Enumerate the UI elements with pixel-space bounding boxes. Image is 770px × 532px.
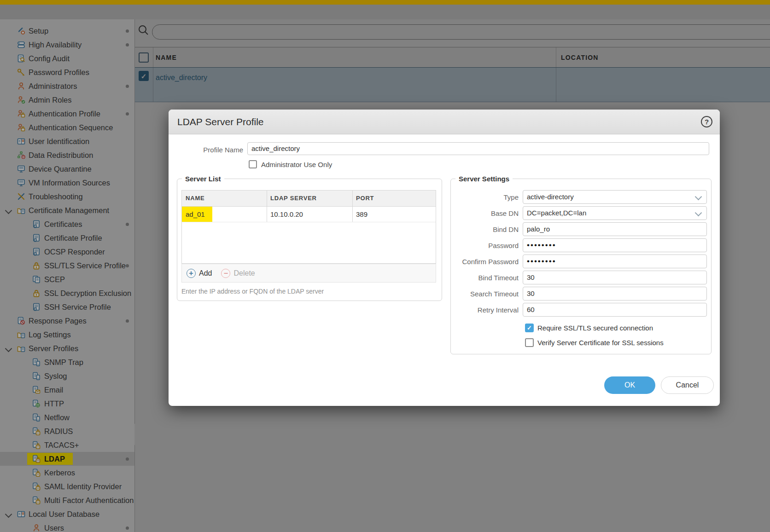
dropdown-base-dn[interactable]: DC=packet,DC=lan [523, 206, 707, 220]
field-label: Password [451, 242, 519, 249]
server-list-hint: Enter the IP address or FQDN of the LDAP… [181, 288, 324, 295]
ok-button[interactable]: OK [604, 376, 655, 394]
field-value: 30 [527, 287, 535, 300]
dialog-header: LDAP Server Profile ? [169, 110, 720, 134]
field-value: 60 [527, 303, 535, 316]
column-header-name: NAME [186, 191, 204, 206]
field-row-retry-interval: Retry Interval 60 [451, 303, 711, 317]
field-input[interactable]: •••••••• [523, 238, 707, 252]
chevron-down-icon[interactable] [695, 193, 702, 201]
field-label: Retry Interval [451, 306, 519, 314]
add-button[interactable]: Add [199, 269, 212, 278]
dialog-title: LDAP Server Profile [177, 110, 264, 134]
port-cell: 389 [356, 207, 368, 222]
server-list-group: Server List NAME LDAP SERVER PORT ad_01 … [177, 179, 442, 301]
administrator-use-only-label: Administrator Use Only [261, 161, 332, 168]
field-row-password: Password •••••••• [451, 238, 711, 252]
field-row-bind-timeout: Bind Timeout 30 [451, 271, 711, 284]
delete-button: Delete [233, 269, 255, 278]
cancel-button[interactable]: Cancel [661, 376, 714, 394]
field-input[interactable]: 60 [523, 303, 707, 317]
field-row-confirm-password: Confirm Password •••••••• [451, 254, 711, 268]
chevron-down-icon[interactable] [695, 209, 702, 217]
add-icon[interactable]: + [187, 269, 196, 278]
checkbox-label: Require SSL/TLS secured connection [537, 324, 653, 332]
field-label: Confirm Password [451, 258, 519, 266]
server-settings-group: Server Settings Type active-directory Ba… [450, 179, 712, 354]
field-label: Bind DN [451, 226, 519, 233]
server-list-toolbar: + Add − Delete [181, 264, 436, 283]
field-label: Bind Timeout [451, 274, 519, 282]
field-label: Type [451, 193, 519, 201]
profile-name-label: Profile Name [169, 146, 243, 154]
field-value: •••••••• [527, 239, 556, 251]
field-row-search-timeout: Search Timeout 30 [451, 287, 711, 301]
checkbox[interactable] [525, 338, 534, 347]
field-value: active-directory [527, 191, 574, 203]
server-list-row[interactable]: ad_01 10.10.0.20 389 [182, 207, 436, 222]
administrator-use-only-checkbox[interactable] [249, 160, 257, 168]
checkbox-label: Verify Server Certificate for SSL sessio… [537, 339, 664, 347]
field-value: 30 [527, 271, 535, 284]
column-header-port: PORT [356, 191, 374, 206]
field-input[interactable]: 30 [523, 287, 707, 301]
server-list-table: NAME LDAP SERVER PORT ad_01 10.10.0.20 3… [181, 190, 436, 264]
checkbox[interactable]: ✓ [525, 324, 534, 332]
profile-name-input[interactable]: active_directory [247, 142, 709, 155]
field-input[interactable]: palo_ro [523, 222, 707, 236]
ldap-server-cell: 10.10.0.20 [270, 207, 303, 222]
delete-icon: − [221, 269, 230, 278]
field-value: •••••••• [527, 255, 556, 267]
field-value: palo_ro [527, 223, 550, 236]
server-list-legend: Server List [182, 175, 224, 183]
field-row-type: Type active-directory [451, 190, 711, 204]
ldap-server-profile-dialog: LDAP Server Profile ? Profile Name activ… [169, 110, 720, 406]
pan-os-device-page: Setup High Availability Config Audit Pas… [0, 0, 770, 532]
field-input[interactable]: •••••••• [523, 254, 707, 268]
column-header-ldap-server: LDAP SERVER [270, 191, 317, 206]
dropdown-type[interactable]: active-directory [523, 190, 707, 204]
field-label: Search Timeout [451, 290, 519, 298]
server-list-header: NAME LDAP SERVER PORT [182, 191, 436, 207]
field-input[interactable]: 30 [523, 271, 707, 284]
field-row-base-dn: Base DN DC=packet,DC=lan [451, 206, 711, 220]
server-settings-legend: Server Settings [455, 175, 513, 183]
field-label: Base DN [451, 209, 519, 217]
field-value: DC=packet,DC=lan [527, 207, 586, 220]
help-icon[interactable]: ? [701, 116, 712, 127]
field-row-bind-dn: Bind DN palo_ro [451, 222, 711, 236]
